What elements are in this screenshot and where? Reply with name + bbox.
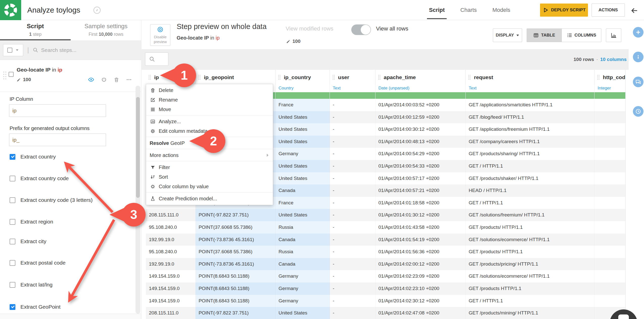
select-all-checkbox[interactable] (7, 48, 12, 53)
panel-scrollbar-thumb[interactable] (136, 97, 140, 198)
disable-step-icon[interactable] (101, 77, 107, 83)
cell-request[interactable]: GET /company/careers HTTP/1.1 (466, 136, 595, 148)
cell-ip-geopoint[interactable]: POINT(8.6843 50.1188) (196, 270, 276, 282)
column-header[interactable]: http_code (595, 70, 625, 85)
menu-item[interactable]: Delete (146, 85, 273, 95)
header-tab[interactable]: Script (429, 0, 445, 20)
cell-apache-time[interactable]: 01/Apr/2014:02:30:12 +0200 (375, 295, 466, 307)
cell-http-code[interactable] (595, 123, 625, 136)
column-header[interactable]: apache_time (375, 70, 466, 85)
cell-request[interactable]: GET / HTTP/1.1 (466, 160, 595, 172)
cell-apache-time[interactable]: 01/Apr/2014:00:57:17 +0200 (375, 172, 466, 185)
cell-ip-geopoint[interactable]: POINT(8.6843 50.1188) (196, 295, 276, 307)
cell-apache-time[interactable]: 01/Apr/2014:00:57:21 +0200 (375, 184, 466, 197)
deploy-script-button[interactable]: DEPLOY SCRIPT (540, 4, 588, 17)
tab-script[interactable]: Script 1 step (0, 20, 71, 39)
cell-user[interactable]: - (330, 136, 375, 148)
cell-ip-geopoint[interactable]: POINT(-97.822 37.751) (196, 307, 276, 319)
more-options-icon[interactable] (126, 77, 132, 83)
cell-apache-time[interactable]: 01/Apr/2014:00:12:59 +0200 (375, 111, 466, 123)
cell-ip-country[interactable]: France (276, 197, 330, 209)
quick-chart-button[interactable] (606, 28, 621, 42)
menu-item[interactable]: Rename (146, 95, 273, 105)
cell-ip-country[interactable]: United States (276, 160, 330, 172)
cell-ip-country[interactable]: Russia (276, 221, 330, 234)
cell-user[interactable]: - (330, 160, 375, 172)
cell-apache-time[interactable]: 01/Apr/2014:01:18:58 +0200 (375, 197, 466, 209)
column-header[interactable]: user (330, 70, 375, 85)
cell-http-code[interactable] (595, 246, 625, 258)
cell-apache-time[interactable]: 01/Apr/2014:01:30:12 +0200 (375, 209, 466, 221)
cell-http-code[interactable] (595, 295, 625, 307)
columns-count-link[interactable]: 10 columns (600, 57, 627, 62)
cell-ip[interactable]: 149.154.159.0 (146, 282, 196, 295)
option-checkbox[interactable] (10, 154, 15, 160)
cell-ip-country[interactable]: United States (276, 136, 330, 148)
cell-request[interactable]: GET /products/sharing/ HTTP/1.1 (466, 148, 595, 160)
cell-user[interactable]: - (330, 307, 375, 319)
cell-apache-time[interactable]: 01/Apr/2014:01:56:36 +0200 (375, 246, 466, 258)
cell-ip-country[interactable]: United States (276, 307, 330, 319)
option-checkbox[interactable] (10, 219, 15, 225)
column-header[interactable]: ip_country (276, 70, 330, 85)
cell-http-code[interactable] (595, 282, 625, 295)
cell-http-code[interactable] (595, 234, 625, 246)
cell-ip[interactable]: 95.108.240.0 (146, 246, 196, 258)
menu-item[interactable]: More actions (146, 150, 273, 161)
header-tab[interactable]: Models (492, 0, 510, 20)
cell-request[interactable]: HEAD / HTTP/1.1 (466, 184, 595, 197)
cell-ip[interactable]: 149.154.159.0 (146, 295, 196, 307)
menu-item[interactable]: Resolve GeoIP (146, 138, 273, 149)
prefix-field[interactable] (9, 134, 106, 146)
extract-option-row[interactable]: Extract city (10, 238, 46, 245)
info-button[interactable] (633, 52, 643, 62)
cell-ip-geopoint[interactable]: POINT(37.6068 55.7386) (196, 221, 276, 234)
cell-http-code[interactable] (595, 148, 625, 160)
cell-http-code[interactable] (595, 209, 625, 221)
step-card-geolocate[interactable]: Geo-locate IP in ip 100 (0, 60, 141, 92)
cell-ip-country[interactable]: Canada (276, 234, 330, 246)
step-checkbox[interactable] (9, 72, 14, 77)
cell-ip[interactable]: 95.108.240.0 (146, 221, 196, 234)
extract-option-row[interactable]: Extract GeoPoint (10, 303, 61, 311)
extract-option-row[interactable]: Extract country (10, 153, 56, 161)
view-all-rows-label[interactable]: View all rows (376, 25, 408, 32)
cell-ip-country[interactable]: Germany (276, 148, 330, 160)
cell-request[interactable]: GET /solutions/freemium/ HTTP/1.1 (466, 209, 595, 221)
column-meaning[interactable]: Country (276, 85, 330, 92)
menu-item[interactable]: Edit column metadata (146, 126, 273, 137)
cell-ip-country[interactable]: United States (276, 209, 330, 221)
cell-ip-geopoint[interactable]: POINT(-73.8736 45.3161) (196, 234, 276, 246)
cell-ip-country[interactable]: France (276, 99, 330, 111)
drag-handle-icon[interactable] (3, 71, 7, 80)
display-dropdown-button[interactable]: DISPLAY (493, 28, 522, 42)
option-checkbox[interactable] (10, 176, 15, 181)
extract-option-row[interactable]: Extract country code (3 letters) (10, 196, 93, 204)
cell-request[interactable]: GET /blog/feed/ HTTP/1.1 (466, 111, 595, 123)
tab-sample-settings[interactable]: Sample settings First 10,000 rows (71, 20, 141, 39)
cell-apache-time[interactable]: 01/Apr/2014:01:54:19 +0200 (375, 234, 466, 246)
cell-request[interactable]: GET /products/pricing/ HTTP/1.1 (466, 258, 595, 270)
cell-user[interactable]: - (330, 246, 375, 258)
cell-ip[interactable]: 149.154.159.0 (146, 270, 196, 282)
cell-http-code[interactable] (595, 270, 625, 282)
cell-apache-time[interactable]: 01/Apr/2014:00:48:13 +0200 (375, 136, 466, 148)
cell-http-code[interactable] (595, 111, 625, 123)
actions-button[interactable]: ACTIONS (592, 4, 625, 17)
column-meaning[interactable]: Date (unparsed) (375, 85, 466, 92)
cell-request[interactable]: GET /applications/smartcities HTTP/1.1 (466, 99, 595, 111)
cell-request[interactable]: GET /products/ HTTP/1.1 (466, 221, 595, 234)
extract-option-row[interactable]: Extract region (10, 218, 53, 226)
preview-eye-icon[interactable] (88, 76, 94, 83)
table-view-button[interactable]: TABLE (527, 29, 561, 42)
extract-option-row[interactable]: Extract lat/lng (10, 281, 52, 289)
columns-view-button[interactable]: COLUMNS (561, 29, 601, 42)
option-checkbox[interactable] (10, 282, 15, 288)
cell-request[interactable]: GET /products/mining/ HTTP/1.1 (466, 307, 595, 319)
cell-ip-country[interactable]: Germany (276, 270, 330, 282)
cell-apache-time[interactable]: 01/Apr/2014:00:54:33 +0200 (375, 160, 466, 172)
cell-ip-country[interactable]: Canada (276, 184, 330, 197)
ip-column-field[interactable] (9, 104, 106, 117)
collapse-right-panel-icon[interactable] (630, 7, 638, 15)
option-checkbox[interactable] (10, 197, 15, 203)
